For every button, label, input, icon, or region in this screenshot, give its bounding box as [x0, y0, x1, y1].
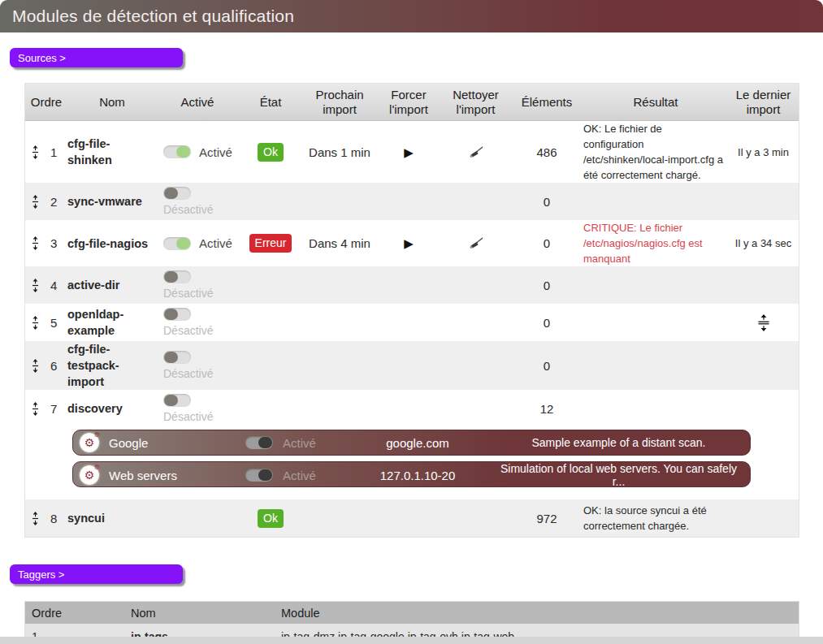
- page-header: Modules de détection et qualification: [0, 0, 823, 32]
- last-import: Il y a 34 sec: [728, 220, 799, 266]
- table-row: 7 discovery Désactivé 12: [25, 390, 799, 427]
- taggers-table-header: Ordre Nom Module: [25, 602, 799, 624]
- enable-toggle[interactable]: [245, 436, 273, 449]
- sources-table: Ordre Nom Activé État Prochain import Fo…: [24, 83, 799, 538]
- col-header-dernier-import: Le dernier import: [728, 84, 799, 120]
- drag-handle-icon[interactable]: [32, 316, 39, 330]
- source-name: discovery: [67, 390, 157, 427]
- col-header-module: Module: [275, 602, 799, 624]
- row-order: 8: [50, 512, 57, 525]
- gears-icon: ⚙⚙: [80, 465, 99, 485]
- row-order: 1: [50, 145, 57, 159]
- elements-count: 0: [510, 304, 583, 341]
- source-name: openldap-example: [67, 304, 157, 341]
- subsource-address: google.com: [338, 436, 497, 450]
- source-name: active-dir: [67, 266, 157, 304]
- subsource-description: Simulation of local web servers. You can…: [497, 462, 740, 488]
- drag-handle-icon[interactable]: [32, 402, 39, 416]
- row-order: 2: [50, 195, 57, 209]
- table-row: 4 active-dir Désactivé 0: [25, 266, 799, 304]
- discovery-subsources: ⚙⚙ Google Activé google.com Sample examp…: [25, 427, 799, 499]
- elements-count: 0: [510, 341, 583, 390]
- elements-count: 12: [510, 390, 583, 427]
- elements-count: 486: [510, 121, 583, 183]
- drag-handle-icon[interactable]: [32, 279, 39, 292]
- drag-handle-icon[interactable]: [32, 145, 39, 159]
- status-badge: Ok: [258, 509, 284, 528]
- result-text: OK: la source syncui a été correctement …: [583, 499, 728, 537]
- drag-handle-icon[interactable]: [32, 236, 39, 250]
- toggle-label: Désactivé: [163, 203, 213, 216]
- col-header-nom: Nom: [124, 602, 275, 624]
- table-row: 5 openldap-example Désactivé 0: [25, 304, 799, 341]
- subsource-row-web-servers: ⚙⚙ Web servers Activé 127.0.1.10-20 Simu…: [72, 461, 751, 487]
- table-row: 3 cfg-file-nagios Activé Erreur Dans 4 m…: [25, 220, 799, 266]
- col-header-ordre: Ordre: [25, 84, 67, 120]
- enable-toggle[interactable]: [163, 351, 191, 364]
- row-resize-cursor-icon: [758, 314, 769, 331]
- enable-toggle[interactable]: [245, 469, 273, 482]
- toggle-label: Activé: [283, 469, 338, 482]
- sources-section-button[interactable]: Sources >: [10, 48, 183, 67]
- table-row: 1 cfg-file-shinken Activé Ok Dans 1 min …: [25, 121, 799, 183]
- sources-table-header: Ordre Nom Activé État Prochain import Fo…: [25, 84, 799, 121]
- row-order: 4: [50, 279, 57, 292]
- drag-handle-icon[interactable]: [32, 359, 39, 373]
- table-row: 2 sync-vmware Désactivé 0: [25, 183, 799, 220]
- gears-icon: ⚙⚙: [80, 433, 99, 452]
- row-order: 7: [50, 402, 57, 416]
- col-header-prochain-import: Prochain import: [303, 84, 376, 120]
- result-text: CRITIQUE: Le fichier /etc/nagios/nagios.…: [583, 220, 728, 266]
- toggle-label: Désactivé: [163, 287, 213, 300]
- row-order: 5: [50, 316, 57, 330]
- enable-toggle[interactable]: [163, 237, 191, 250]
- toggle-label: Activé: [199, 236, 232, 250]
- col-header-forcer-import: Forcer l'import: [376, 84, 441, 120]
- broom-icon[interactable]: [469, 146, 483, 158]
- toggle-label: Désactivé: [163, 410, 213, 423]
- col-header-resultat: Résultat: [583, 84, 728, 120]
- source-name: cfg-file-testpack-import: [67, 341, 157, 390]
- broom-icon[interactable]: [469, 237, 483, 249]
- elements-count: 972: [510, 499, 583, 537]
- source-name: syncui: [67, 499, 157, 537]
- enable-toggle[interactable]: [163, 187, 191, 200]
- source-name: sync-vmware: [67, 183, 157, 220]
- toggle-label: Désactivé: [163, 324, 213, 337]
- elements-count: 0: [510, 183, 583, 220]
- subsource-description: Sample example of a distant scan.: [497, 436, 740, 449]
- status-badge: Erreur: [249, 234, 292, 253]
- subsource-address: 127.0.1.10-20: [338, 469, 497, 482]
- enable-toggle[interactable]: [163, 270, 191, 283]
- subsource-name: Web servers: [109, 469, 245, 482]
- subsource-row-google: ⚙⚙ Google Activé google.com Sample examp…: [72, 430, 751, 456]
- col-header-active: Activé: [157, 84, 238, 120]
- table-row: 6 cfg-file-testpack-import Désactivé 0: [25, 341, 799, 390]
- col-header-nom: Nom: [67, 84, 157, 120]
- taggers-section-button[interactable]: Taggers >: [10, 564, 183, 584]
- toggle-label: Activé: [283, 436, 338, 450]
- source-name: cfg-file-shinken: [67, 121, 157, 183]
- table-row: 8 syncui Ok 972 OK: la source syncui a é…: [25, 499, 799, 537]
- last-import: Il y a 3 min: [728, 121, 799, 183]
- page-title: Modules de détection et qualification: [12, 6, 294, 26]
- source-name: cfg-file-nagios: [67, 220, 157, 266]
- toggle-label: Activé: [199, 145, 232, 159]
- toggle-label: Désactivé: [163, 367, 213, 380]
- enable-toggle[interactable]: [163, 145, 191, 158]
- play-icon[interactable]: ▶: [404, 237, 414, 249]
- elements-count: 0: [510, 266, 583, 304]
- col-header-ordre: Ordre: [25, 602, 124, 624]
- status-badge: Ok: [258, 143, 284, 162]
- row-order: 3: [50, 236, 57, 250]
- drag-handle-icon[interactable]: [32, 512, 39, 525]
- col-header-etat: État: [238, 84, 303, 120]
- enable-toggle[interactable]: [163, 394, 191, 407]
- row-order: 6: [50, 359, 57, 373]
- elements-count: 0: [510, 220, 583, 266]
- drag-handle-icon[interactable]: [32, 195, 39, 209]
- play-icon[interactable]: ▶: [404, 146, 414, 158]
- enable-toggle[interactable]: [163, 308, 191, 321]
- subsource-name: Google: [109, 436, 245, 450]
- next-import: Dans 4 min: [303, 220, 376, 266]
